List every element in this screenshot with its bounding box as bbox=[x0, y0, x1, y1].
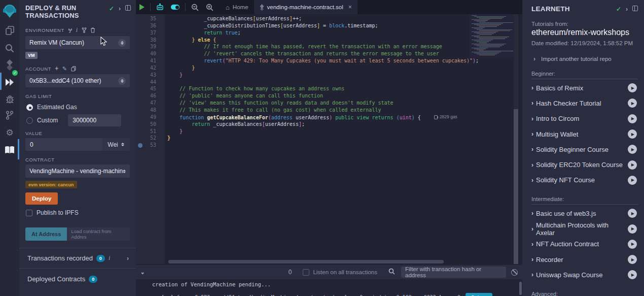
code-line-40[interactable]: 40 // 'revert' cancels the transaction a… bbox=[136, 50, 522, 57]
code-line-50[interactable]: 50 return _cupcakeBalances[userAddress]; bbox=[136, 121, 522, 128]
tutorial-item[interactable]: ›Intro to Circom▶ bbox=[531, 111, 637, 126]
search-icon[interactable] bbox=[0, 41, 19, 56]
code-line-46[interactable]: 46 // 'public' means anyone can call thi… bbox=[136, 92, 522, 100]
code-line-41[interactable]: 41 revert("HTTP 429: Too Many Cupcakes (… bbox=[136, 57, 522, 64]
estimated-gas-radio[interactable] bbox=[26, 104, 33, 111]
tutorial-item[interactable]: ›Hash Checker Tutorial▶ bbox=[531, 95, 637, 111]
panel-pin-icon[interactable] bbox=[125, 5, 131, 11]
terminal-expand-icon[interactable]: ⌄⌄ bbox=[140, 271, 145, 273]
tutorial-play-button[interactable]: ▶ bbox=[628, 145, 637, 154]
tutorial-chevron-icon[interactable]: › bbox=[531, 146, 533, 153]
code-line-48[interactable]: 48 // This makes it free to call (no gas… bbox=[136, 107, 522, 114]
terminal-filter-input[interactable]: Filter with transaction hash or address bbox=[401, 267, 506, 278]
trash-icon[interactable] bbox=[90, 27, 95, 33]
tab-home[interactable]: ⌂ Home bbox=[220, 0, 254, 14]
at-address-button[interactable]: At Address bbox=[25, 227, 67, 241]
transactions-info-icon[interactable]: i bbox=[109, 254, 110, 262]
tutorial-item[interactable]: ›Solidity ERC20 Token Course▶ bbox=[531, 157, 637, 172]
code-editor[interactable]: 35 _cupcakeBalances[userAddress]++;36 _c… bbox=[136, 14, 522, 264]
learneth-pin-icon[interactable] bbox=[632, 6, 638, 11]
environment-select[interactable]: Remix VM (Cancun) bbox=[25, 36, 130, 49]
tutorial-play-button[interactable]: ▶ bbox=[628, 270, 637, 279]
tutorial-chevron-icon[interactable]: › bbox=[531, 210, 533, 217]
learneth-expand-icon[interactable]: › bbox=[626, 6, 628, 13]
tutorial-item[interactable]: ›Uniswap Swap Course▶ bbox=[531, 267, 637, 282]
publish-ipfs-checkbox[interactable] bbox=[26, 210, 32, 216]
code-line-45[interactable]: 45 // Function to check how many cupcake… bbox=[136, 85, 522, 92]
tutorial-play-button[interactable]: ▶ bbox=[628, 255, 637, 264]
tutorial-play-button[interactable]: ▶ bbox=[628, 240, 637, 249]
tutorial-chevron-icon[interactable]: › bbox=[531, 256, 533, 263]
tutorial-play-button[interactable]: ▶ bbox=[628, 160, 637, 170]
tutorial-chevron-icon[interactable]: › bbox=[531, 177, 533, 184]
import-repo-toggle[interactable]: › Import another tutorial repo bbox=[533, 55, 644, 62]
tutorial-play-button[interactable]: ▶ bbox=[628, 209, 637, 218]
tutorial-chevron-icon[interactable]: › bbox=[531, 161, 533, 169]
at-address-input[interactable]: Load contract from Addres bbox=[67, 227, 130, 241]
ai-copilot-icon[interactable] bbox=[153, 0, 167, 14]
code-line-39[interactable]: 39 // If not enough time has passed, rev… bbox=[136, 43, 522, 50]
settings-gear-icon[interactable]: ⚙ bbox=[0, 125, 19, 140]
panel-expand-icon[interactable]: › bbox=[119, 5, 121, 12]
publish-ipfs-option[interactable]: Publish to IPFS bbox=[26, 209, 130, 216]
git-branch-icon[interactable] bbox=[0, 108, 19, 123]
tutorial-chevron-icon[interactable]: › bbox=[531, 271, 533, 278]
debugger-icon[interactable] bbox=[0, 91, 19, 107]
custom-gas-input[interactable]: 3000000 bbox=[68, 114, 121, 126]
clear-console-icon[interactable] bbox=[511, 269, 518, 276]
tutorial-play-button[interactable]: ▶ bbox=[628, 83, 637, 92]
plug-icon[interactable] bbox=[68, 28, 73, 33]
run-script-button[interactable] bbox=[136, 0, 148, 14]
tutorial-play-button[interactable]: ▶ bbox=[628, 176, 637, 185]
file-explorer-icon[interactable] bbox=[0, 23, 19, 38]
fork-icon[interactable] bbox=[82, 27, 87, 33]
tutorial-item[interactable]: ›Recorder▶ bbox=[531, 252, 637, 267]
tutorial-item[interactable]: ›Basics of Remix▶ bbox=[531, 80, 637, 95]
custom-gas-option[interactable]: Custom 3000000 bbox=[26, 115, 130, 125]
transactions-expand-icon[interactable]: › bbox=[127, 255, 129, 262]
solidity-compiler-icon[interactable]: ✓ bbox=[0, 57, 19, 74]
tutorial-chevron-icon[interactable]: › bbox=[531, 84, 533, 91]
editor-hscrollbar[interactable] bbox=[168, 260, 444, 264]
tutorial-item[interactable]: ›Solidity NFT Course▶ bbox=[531, 173, 637, 188]
tutorial-item[interactable]: ›NFT Auction Contract▶ bbox=[531, 237, 637, 252]
zoom-out-icon[interactable] bbox=[188, 0, 202, 14]
tutorial-chevron-icon[interactable]: › bbox=[531, 100, 533, 107]
value-unit-select[interactable]: Wei bbox=[102, 138, 130, 151]
copy-account-icon[interactable] bbox=[71, 66, 76, 72]
environment-info-icon[interactable]: i bbox=[76, 26, 78, 34]
code-line-49[interactable]: 49 function getCupcakeBalanceFor(address… bbox=[136, 114, 522, 121]
environment-stepper-icon[interactable] bbox=[118, 39, 126, 47]
account-stepper-icon[interactable] bbox=[118, 77, 126, 85]
tutorial-play-button[interactable]: ▶ bbox=[628, 98, 637, 108]
code-line-47[interactable]: 47 // 'view' means this function only re… bbox=[136, 100, 522, 107]
tab-file[interactable]: vending-machine-contract.sol × bbox=[254, 0, 357, 14]
deploy-run-icon[interactable] bbox=[0, 75, 19, 90]
minimap[interactable] bbox=[469, 14, 513, 58]
listen-all-option[interactable]: Listen on all transactions bbox=[303, 269, 377, 276]
editor-vscrollbar[interactable] bbox=[514, 14, 518, 264]
code-line-38[interactable]: 38 } else { bbox=[136, 37, 522, 44]
vscroll-thumb[interactable] bbox=[514, 109, 518, 264]
close-tab-icon[interactable]: × bbox=[348, 4, 352, 11]
tutorial-item[interactable]: ›Basic use of web3.js▶ bbox=[531, 206, 637, 221]
tutorial-item[interactable]: ›Multichain Protocols with Axelar▶ bbox=[531, 221, 637, 236]
account-select[interactable]: 0x5B3...eddC4 (100 ether) bbox=[25, 74, 130, 87]
copilot-toggle[interactable] bbox=[167, 0, 183, 14]
code-line-36[interactable]: 36 _cupcakeDistributionTimes[userAddress… bbox=[136, 22, 522, 29]
estimated-gas-option[interactable]: Estimated Gas bbox=[26, 102, 130, 112]
remix-logo-icon[interactable] bbox=[0, 3, 19, 20]
add-account-icon[interactable]: + bbox=[55, 65, 59, 72]
tutorial-play-button[interactable]: ▶ bbox=[628, 129, 637, 139]
learneth-book-icon[interactable] bbox=[0, 142, 19, 157]
contract-select[interactable]: VendingMachine - vending-machin bbox=[25, 165, 130, 178]
code-line-51[interactable]: 51 } bbox=[136, 128, 522, 135]
code-line-42[interactable]: 42 } bbox=[136, 64, 522, 72]
code-line-53[interactable]: 53 bbox=[136, 142, 522, 149]
code-line-35[interactable]: 35 _cupcakeBalances[userAddress]++; bbox=[136, 15, 522, 22]
tutorial-chevron-icon[interactable]: › bbox=[531, 241, 533, 248]
debug-button[interactable]: Debug bbox=[466, 293, 492, 296]
transactions-recorded-row[interactable]: Transactions recorded 0 i › bbox=[19, 248, 136, 269]
code-line-52[interactable]: 52} bbox=[136, 135, 522, 142]
deploy-button[interactable]: Deploy bbox=[25, 192, 58, 205]
